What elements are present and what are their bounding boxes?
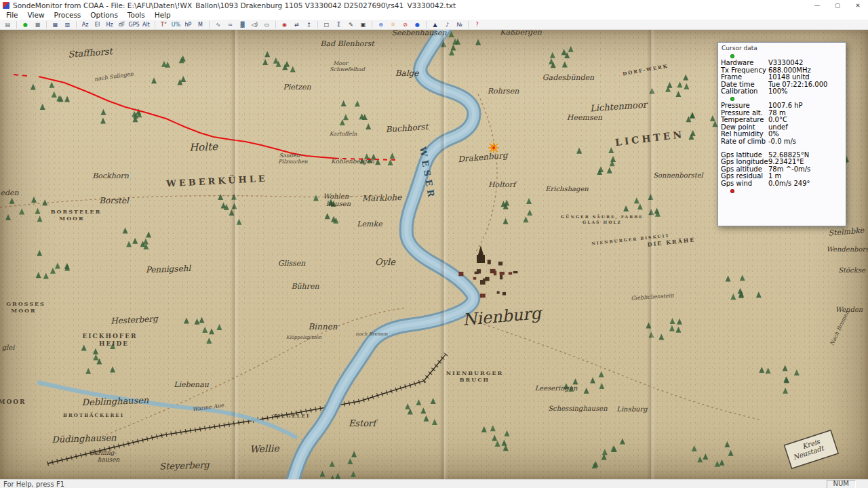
cursor-data-row: Gps wind0.0m/s 249°: [721, 180, 843, 188]
map-label: WESER: [418, 146, 437, 201]
elevation-button[interactable]: El: [92, 20, 103, 29]
status-led-green: [730, 97, 734, 101]
map-label: ZIEGELEI: [273, 413, 311, 419]
waveform-button[interactable]: ∿: [212, 20, 224, 29]
toolbar-separator: [155, 21, 155, 28]
map-label: hausen: [326, 200, 351, 207]
map-label: EICKHOFER: [82, 333, 137, 340]
map-label: Nach Bremen: [829, 310, 850, 346]
map-label: Heemsen: [567, 113, 602, 122]
raw-frames-button[interactable]: ▦: [50, 20, 61, 29]
map-label: glei: [2, 344, 15, 351]
menu-process[interactable]: Process: [50, 11, 86, 19]
record-wav-button[interactable]: ◉: [279, 20, 290, 29]
map-label: NIENBURGER: [446, 369, 503, 376]
close-button[interactable]: ✕: [848, 0, 868, 10]
menu-tools[interactable]: Tools: [123, 11, 150, 19]
toolbar-separator: [372, 21, 372, 28]
status-led-green: [730, 54, 734, 58]
frequency-button[interactable]: Hz: [104, 20, 115, 29]
cursor-data-value: undef: [768, 124, 843, 131]
help-button[interactable]: ?: [471, 20, 483, 29]
map-label: Gadesbünden: [542, 73, 594, 82]
map-label: Marklohe: [362, 192, 402, 203]
map-label: hausen: [98, 456, 120, 463]
tune-button[interactable]: ♪: [441, 20, 453, 29]
map-label: Lichtenmoor: [590, 100, 648, 114]
menu-options[interactable]: Options: [85, 11, 123, 19]
map-label: Gieblichenstein: [631, 292, 674, 301]
grid-button[interactable]: □: [321, 20, 332, 29]
map-label: DORF-WERK: [623, 63, 669, 77]
cursor-data-value: V3330042: [768, 60, 843, 67]
humidity-button[interactable]: U%: [170, 20, 182, 29]
layers-button[interactable]: ▣: [357, 20, 369, 29]
replay-button[interactable]: ⇄: [291, 20, 302, 29]
title-bar: SondeMonitor from COAA - File: E:\AFU\Da…: [0, 0, 868, 10]
spectrum-button[interactable]: ≈: [224, 20, 236, 29]
start-decode-button[interactable]: ●: [20, 20, 31, 29]
menu-help[interactable]: Help: [150, 11, 176, 19]
stop-decode-button[interactable]: ■: [32, 20, 43, 29]
map-label: Estorf: [349, 418, 376, 428]
map-label: Klöppelspitzen: [286, 335, 322, 340]
map-label: LICHTEN: [614, 129, 685, 148]
map-label: Linsburg: [616, 405, 647, 413]
azimuth-button[interactable]: Az: [79, 20, 91, 29]
toolbar-separator: [317, 21, 318, 28]
cursor-data-label: Gps wind: [721, 180, 768, 188]
map-label: HEIDE: [99, 340, 129, 347]
map-label: Glissen: [278, 259, 306, 268]
cursor-data-value: 0.0m/s 249°: [768, 180, 843, 188]
globe-button[interactable]: ●: [412, 20, 423, 29]
menu-bar: FileViewProcessOptionsToolsHelp: [0, 10, 868, 20]
menu-file[interactable]: File: [1, 11, 23, 19]
temperature-button[interactable]: T°: [158, 20, 170, 29]
map-label: Warme Aue: [192, 402, 224, 412]
meteo-button[interactable]: M: [195, 20, 206, 29]
export-button[interactable]: ↥: [303, 20, 315, 29]
map-label: Kohlenbergen: [331, 158, 374, 165]
map-label: MOOR: [0, 399, 26, 405]
zoom-in-button[interactable]: ⊕: [375, 20, 387, 29]
maximize-button[interactable]: ▢: [827, 0, 848, 10]
cursor-data-row: HardwareV3330042: [721, 60, 843, 67]
menu-view[interactable]: View: [23, 11, 50, 19]
app-icon: [3, 2, 9, 9]
map-label: Holtorf: [488, 180, 515, 189]
sun-marker-button[interactable]: ☼: [387, 20, 399, 29]
map-label: Holte: [189, 140, 218, 153]
no-entry-button[interactable]: ⊘: [399, 20, 411, 29]
open-file-button[interactable]: ▤: [2, 20, 14, 29]
notes-button[interactable]: ✎: [345, 20, 357, 29]
minimize-button[interactable]: —: [807, 0, 827, 10]
status-help-text: For Help, press F1: [1, 481, 827, 488]
toolbar-separator: [76, 21, 77, 28]
marker-button[interactable]: ▲: [429, 20, 441, 29]
altitude-button[interactable]: Alt: [140, 20, 152, 29]
scan-list-button[interactable]: ▥: [62, 20, 73, 29]
gps-button[interactable]: GPS: [128, 20, 140, 29]
map-label: Wellie: [250, 443, 279, 455]
volume-button[interactable]: ◁): [249, 20, 260, 29]
map-label: Sanden-: [279, 152, 301, 159]
num-lock-indicator: NUM: [827, 480, 856, 488]
map-label: Balge: [395, 68, 419, 78]
cursor-data-value: 1007.6 hP: [768, 102, 843, 110]
map-label: MOOR: [59, 215, 84, 222]
pressure-button[interactable]: hP: [182, 20, 194, 29]
toolbar-separator: [426, 21, 427, 28]
window-title: SondeMonitor from COAA - File: E:\AFU\Da…: [13, 1, 456, 9]
map-label: Schessinghausen: [548, 405, 607, 412]
map-label: Wendenborst: [827, 245, 868, 253]
doppler-button[interactable]: dF: [116, 20, 127, 29]
toolbar-separator: [46, 21, 47, 28]
cursor-data-panel: Cursor data HardwareV3330042Tx Frequency…: [717, 42, 846, 226]
stats-button[interactable]: Σ: [333, 20, 344, 29]
waterfall-button[interactable]: ▓: [237, 20, 248, 29]
map-label: Liebenau: [174, 380, 209, 389]
mixer-button[interactable]: ▭: [261, 20, 273, 29]
index-button[interactable]: №: [454, 20, 465, 29]
map-label: Seebenhausen: [391, 30, 446, 37]
cursor-data-label: Rate of climb: [721, 138, 768, 146]
